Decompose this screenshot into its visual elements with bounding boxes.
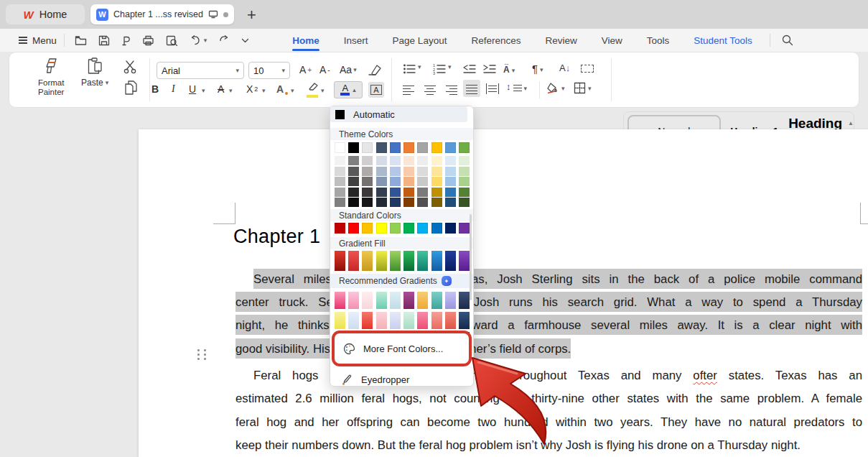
tint-row[interactable] xyxy=(335,156,470,165)
color-swatch[interactable] xyxy=(403,198,414,207)
color-swatch[interactable] xyxy=(376,156,387,165)
gradient-swatch[interactable] xyxy=(445,292,456,309)
color-swatch[interactable] xyxy=(445,156,456,165)
tint-row[interactable] xyxy=(335,167,470,176)
gradient-swatch[interactable] xyxy=(403,292,414,309)
tab-view[interactable]: View xyxy=(600,31,624,50)
borders-button[interactable]: ▾ xyxy=(574,82,592,94)
color-swatch[interactable] xyxy=(335,223,345,234)
clear-format-eraser-icon[interactable] xyxy=(367,63,381,76)
color-swatch[interactable] xyxy=(417,156,428,165)
color-swatch[interactable] xyxy=(417,198,428,207)
superscript-button[interactable]: X2 xyxy=(246,83,258,95)
gradient-swatch[interactable] xyxy=(431,251,442,271)
gradient-swatch[interactable] xyxy=(459,292,470,309)
tint-row[interactable] xyxy=(335,177,470,186)
character-scale-button[interactable]: ↔ A ▾ xyxy=(503,61,515,74)
color-swatch[interactable] xyxy=(376,188,387,197)
highlight-color-button[interactable] xyxy=(307,82,319,98)
color-swatch[interactable] xyxy=(376,198,387,207)
share-screen-icon[interactable] xyxy=(208,10,218,19)
bold-button[interactable]: B xyxy=(151,83,159,95)
color-swatch[interactable] xyxy=(459,156,470,165)
color-swatch[interactable] xyxy=(390,188,401,197)
distribute-button[interactable] xyxy=(486,83,499,94)
color-swatch[interactable] xyxy=(431,167,442,176)
highlight-chevron[interactable]: ▾ xyxy=(321,87,325,94)
color-swatch[interactable] xyxy=(459,223,470,234)
tab-tools[interactable]: Tools xyxy=(645,31,671,50)
format-painter-button[interactable]: FormatPainter xyxy=(38,57,64,97)
tab-page-layout[interactable]: Page Layout xyxy=(391,31,449,50)
align-right-button[interactable] xyxy=(446,83,457,97)
gradient-swatch[interactable] xyxy=(403,251,414,271)
gradient-swatch[interactable] xyxy=(376,251,387,271)
color-swatch[interactable] xyxy=(459,188,470,197)
color-swatch[interactable] xyxy=(335,188,345,197)
gradient-swatch[interactable] xyxy=(348,251,359,271)
color-swatch[interactable] xyxy=(376,223,387,234)
recommended-gradient-row[interactable] xyxy=(335,292,470,309)
pdf-export-icon[interactable] xyxy=(121,35,131,46)
new-tab-button[interactable]: + xyxy=(247,6,256,24)
color-swatch[interactable] xyxy=(403,142,414,153)
menu-button[interactable]: Menu xyxy=(19,35,57,46)
underline-button[interactable]: U xyxy=(189,83,196,95)
tab-student-tools[interactable]: Student Tools xyxy=(692,31,754,50)
color-swatch[interactable] xyxy=(376,167,387,176)
color-swatch[interactable] xyxy=(335,142,345,153)
redo-icon[interactable] xyxy=(218,35,230,45)
styles-scroll-up[interactable]: ▲ xyxy=(848,121,854,126)
font-color-chevron-up[interactable]: ▴ xyxy=(353,86,356,93)
strikethrough-button[interactable]: A xyxy=(218,83,224,95)
color-swatch[interactable] xyxy=(362,156,373,165)
text-effects-button[interactable]: A xyxy=(276,83,288,95)
tab-insert[interactable]: Insert xyxy=(342,31,370,50)
standard-color-row[interactable] xyxy=(335,223,470,234)
gradient-swatch[interactable] xyxy=(390,251,401,271)
undo-chevron[interactable]: ▾ xyxy=(204,37,207,44)
gradient-swatch[interactable] xyxy=(390,292,401,309)
color-swatch[interactable] xyxy=(431,142,442,153)
theme-color-row[interactable] xyxy=(335,142,470,153)
gradient-swatch[interactable] xyxy=(362,312,373,329)
color-swatch[interactable] xyxy=(335,177,345,186)
gradient-swatch[interactable] xyxy=(403,312,414,329)
gradient-swatch[interactable] xyxy=(335,292,345,309)
tab-home[interactable]: Home xyxy=(291,31,321,50)
paste-button[interactable]: Paste▾ xyxy=(81,57,108,88)
color-swatch[interactable] xyxy=(390,142,401,153)
color-swatch[interactable] xyxy=(431,198,442,207)
sort-button[interactable]: A↓ xyxy=(559,63,570,73)
increase-indent-icon[interactable] xyxy=(483,63,496,75)
color-swatch[interactable] xyxy=(335,167,345,176)
strikethrough-chevron[interactable]: ▾ xyxy=(229,87,233,94)
italic-button[interactable]: I xyxy=(172,83,175,95)
color-swatch[interactable] xyxy=(390,156,401,165)
gradient-swatch[interactable] xyxy=(362,292,373,309)
color-swatch[interactable] xyxy=(390,198,401,207)
document-tab[interactable]: W Chapter 1 ...ss revised xyxy=(90,4,234,24)
print-preview-icon[interactable] xyxy=(166,35,178,46)
paragraph-mark-button[interactable]: ¶▾ xyxy=(532,63,543,75)
color-swatch[interactable] xyxy=(362,177,373,186)
color-swatch[interactable] xyxy=(403,167,414,176)
color-swatch[interactable] xyxy=(459,198,470,207)
color-swatch[interactable] xyxy=(417,223,428,234)
gradient-swatch[interactable] xyxy=(417,312,428,329)
undo-icon[interactable] xyxy=(190,35,201,45)
color-swatch[interactable] xyxy=(431,156,442,165)
gradient-swatch[interactable] xyxy=(459,312,470,329)
shrink-font-button[interactable]: A- xyxy=(319,64,330,75)
gradient-swatch[interactable] xyxy=(445,312,456,329)
color-swatch[interactable] xyxy=(348,177,359,186)
color-swatch[interactable] xyxy=(431,177,442,186)
color-swatch[interactable] xyxy=(417,167,428,176)
cut-icon[interactable] xyxy=(123,60,139,74)
gradient-swatch[interactable] xyxy=(335,312,345,329)
color-swatch[interactable] xyxy=(445,177,456,186)
color-swatch[interactable] xyxy=(431,223,442,234)
color-swatch[interactable] xyxy=(376,177,387,186)
color-swatch[interactable] xyxy=(362,188,373,197)
font-name-select[interactable]: Arial▾ xyxy=(157,62,244,79)
